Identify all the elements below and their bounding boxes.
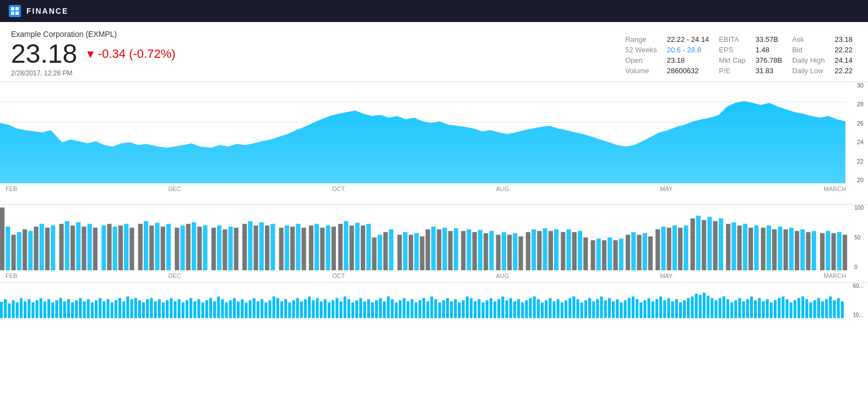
svg-rect-280 [490,298,492,318]
svg-rect-177 [83,301,86,318]
stats-table: Range 22.22 - 24.14 EBITA 33.57B Ask 23.… [625,34,857,76]
svg-rect-279 [486,301,489,318]
svg-rect-27 [82,227,86,270]
svg-rect-300 [568,298,571,318]
svg-rect-192 [142,302,145,318]
svg-rect-295 [549,298,551,318]
svg-rect-319 [643,301,646,318]
svg-rect-120 [637,235,641,270]
svg-rect-151 [820,233,824,270]
stat-label-ebita: EBITA [719,34,750,45]
svg-rect-114 [602,240,606,270]
svg-rect-313 [620,302,622,318]
change-value: -0.34 (-0.72%) [98,47,176,61]
svg-rect-110 [578,231,582,270]
svg-rect-259 [406,301,409,318]
svg-rect-340 [726,299,729,318]
x-label-march: MARCH [824,185,846,192]
svg-rect-81 [409,235,413,270]
x2-label-march: MARCH [824,272,846,279]
svg-rect-139 [748,228,753,270]
svg-rect-289 [525,301,528,318]
svg-rect-352 [774,301,777,318]
svg-rect-239 [328,302,330,318]
stock-change: ▼ -0.34 (-0.72%) [85,47,175,61]
svg-rect-335 [707,296,709,318]
svg-rect-276 [474,301,476,318]
svg-rect-23 [59,224,63,270]
svg-rect-191 [138,301,141,318]
svg-rect-178 [87,299,90,318]
svg-rect-48 [211,228,216,270]
svg-rect-144 [778,227,782,270]
svg-rect-73 [361,226,365,270]
svg-rect-360 [805,299,808,318]
svg-rect-123 [655,230,660,270]
svg-rect-256 [395,302,398,318]
svg-rect-136 [731,222,736,270]
svg-rect-240 [332,301,334,318]
svg-rect-194 [150,298,153,318]
svg-rect-348 [758,298,761,318]
svg-rect-41 [166,224,171,270]
svg-rect-215 [233,298,236,318]
svg-rect-195 [154,301,157,318]
svg-rect-233 [304,299,307,318]
app-title: FINANCE [26,7,68,15]
svg-rect-152 [826,231,830,270]
svg-rect-201 [178,299,181,318]
svg-rect-301 [572,297,575,318]
svg-rect-183 [107,299,110,318]
svg-rect-303 [581,302,583,318]
svg-rect-96 [496,235,501,270]
svg-rect-193 [146,299,149,318]
svg-rect-187 [122,301,125,318]
svg-rect-119 [631,232,636,270]
svg-rect-131 [702,220,706,270]
svg-rect-209 [209,298,212,318]
svg-rect-347 [754,301,757,318]
svg-rect-296 [553,301,556,318]
bottom-y-labels: 60... 10... [853,283,864,318]
svg-rect-108 [566,230,571,270]
svg-rect-294 [545,301,547,318]
svg-rect-197 [162,302,165,318]
svg-rect-324 [663,301,666,318]
svg-rect-129 [691,219,695,270]
svg-rect-369 [841,301,844,318]
svg-rect-141 [761,228,766,270]
company-name: Example Corporation (EXMPL) [11,30,176,39]
svg-rect-15 [11,235,15,270]
svg-rect-216 [237,301,240,318]
svg-rect-169 [51,302,54,318]
stat-label-eps: EPS [719,45,750,55]
svg-rect-2 [11,12,14,15]
svg-rect-323 [659,297,662,318]
stock-left: Example Corporation (EXMPL) 23.18 ▼ -0.3… [11,30,176,77]
svg-rect-68 [332,227,336,270]
svg-rect-154 [837,232,842,270]
svg-rect-117 [619,238,623,270]
svg-rect-226 [276,298,279,318]
svg-rect-243 [344,297,346,318]
svg-rect-367 [833,301,836,318]
stat-label-bid: Bid [792,45,829,55]
svg-rect-305 [588,298,591,318]
svg-rect-165 [36,301,39,318]
svg-rect-46 [197,227,202,270]
svg-rect-318 [639,302,642,318]
svg-rect-17 [23,230,27,270]
svg-rect-157 [4,299,7,318]
secondary-y-0: 0 [854,264,864,270]
svg-rect-176 [79,298,82,318]
svg-rect-252 [379,298,382,318]
svg-rect-132 [707,217,712,270]
svg-rect-174 [71,302,74,318]
svg-rect-273 [462,301,465,318]
stat-label-dailyhigh: Daily High [792,55,829,66]
svg-rect-242 [339,301,342,318]
svg-rect-121 [643,233,647,270]
stat-label-open: Open [625,55,661,66]
svg-rect-317 [636,299,638,318]
secondary-chart-x-labels: FEB DEC OCT AUG MAY MARCH [0,271,868,280]
